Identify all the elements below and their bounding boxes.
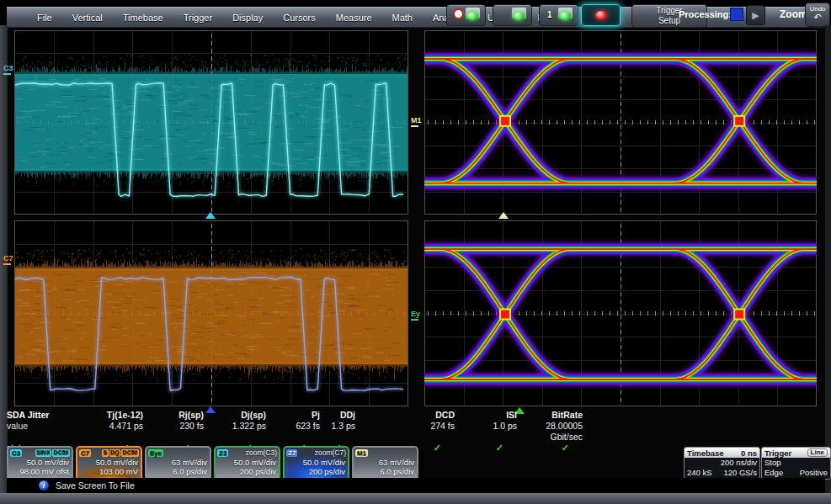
dc50-badge: DC50 (121, 449, 139, 457)
single-trigger-button[interactable]: 1 (539, 4, 578, 26)
z7-descriptor-box[interactable]: Z7 zoom(C7) 50.0 mV/div 200 ps/div (283, 446, 349, 481)
measure-value: 1.322 ps (204, 421, 266, 443)
z7-vdiv: 50.0 mV/div (286, 458, 346, 467)
timebase-scale: 200 ns/div (721, 458, 757, 468)
menu-timebase[interactable]: Timebase (113, 13, 173, 23)
measure-value: 1.0 ps (455, 421, 517, 443)
menu-vertical[interactable]: Vertical (62, 13, 113, 23)
processing-label: Processing: (679, 9, 732, 19)
col-header: Rj(sp) (143, 410, 204, 421)
menu-file[interactable]: File (27, 13, 62, 23)
measure-value: 274 fs (355, 421, 455, 443)
trigger-type: Edge (764, 468, 783, 478)
c3-waveform-canvas[interactable] (14, 30, 408, 215)
oscilloscope-app: File Vertical Timebase Trigger Display C… (0, 0, 831, 504)
normal-trigger-button[interactable] (493, 4, 532, 26)
window-bottom-frame (0, 493, 831, 504)
z3-descriptor-box[interactable]: Z3 zoom(C3) 50.0 mV/div 200 ps/div (214, 446, 280, 481)
status-check-icon: ✓ (455, 443, 517, 454)
sinx-badge: SINX (35, 449, 51, 457)
green-light-icon (513, 12, 525, 20)
z7-hdiv: 200 ps/div (286, 467, 346, 476)
col-header: BitRate (517, 410, 583, 421)
status-message: Save Screen To File (56, 480, 135, 491)
z7-badge: Z7 (286, 449, 297, 457)
grid-top-right[interactable] (424, 30, 817, 215)
m1-vdiv: 63 mV/div (355, 458, 415, 467)
play-button[interactable]: ▶ (746, 5, 765, 25)
grid-top-left[interactable] (14, 30, 408, 215)
m1-eye-canvas[interactable] (424, 30, 817, 215)
eye-vdiv: 63 mV/div (148, 458, 208, 467)
trigger-setup-label-2: Setup (658, 16, 680, 25)
c3-descriptor-box[interactable]: C3 SINX DC50 50.0 mV/div 98.00 mV ofst (7, 446, 73, 481)
col-header: Tj(1e-12) (91, 410, 143, 421)
timebase-title: Timebase (687, 448, 724, 458)
menu-trigger[interactable]: Trigger (173, 13, 222, 23)
play-icon: ▶ (752, 10, 759, 20)
ey-eye-canvas[interactable] (424, 220, 817, 406)
auto-trigger-button[interactable] (446, 4, 486, 26)
menu-display[interactable]: Display (222, 13, 273, 23)
c3-trigger-position-marker[interactable] (205, 212, 216, 219)
channel-descriptor-row: C3 SINX DC50 50.0 mV/div 98.00 mV ofst C… (7, 446, 418, 481)
measure-value: 230 fs (143, 421, 204, 443)
c3-badge: C3 (10, 449, 22, 457)
col-header: DCD (355, 410, 455, 421)
status-bar: i Save Screen To File (7, 478, 825, 493)
measure-value: 28.00005 Gbit/sec (517, 421, 583, 443)
timebase-rate: 120 GS/s (723, 468, 757, 478)
measure-title: SDA Jitter (7, 410, 91, 421)
z3-hdiv: 200 ps/div (217, 467, 277, 476)
m1-grid-tag: M1 (411, 117, 422, 127)
m1-descriptor-box[interactable]: M1 63 mV/div 6.0 ps/div 52.993 k# (352, 446, 418, 481)
measure-value: 623 fs (266, 421, 320, 443)
c7-vdiv: 50.0 mV/div (79, 458, 139, 467)
dq-badge: DQ (109, 449, 121, 457)
stop-trigger-button[interactable] (581, 4, 621, 26)
trigger-slope: Positive (800, 468, 828, 478)
grid-bottom-left[interactable] (14, 220, 408, 406)
eye-badge: Eye (148, 449, 163, 457)
undo-button[interactable]: Undo ↶ (805, 3, 830, 27)
z3-source-label: zoom(C3) (246, 448, 277, 458)
menu-measure[interactable]: Measure (326, 13, 382, 23)
col-header: ISI (455, 410, 517, 421)
z7-source-label: zoom(C7) (315, 448, 346, 458)
trigger-mode: Stop (764, 458, 781, 468)
top-bar: File Vertical Timebase Trigger Display C… (0, 0, 831, 29)
status-check-icon: ✓ (517, 443, 583, 454)
c3-offset: 98.00 mV ofst (10, 467, 70, 476)
eye-hdiv: 6.0 ps/div (148, 467, 208, 476)
undo-icon: ↶ (806, 13, 829, 21)
col-header: Pj (266, 410, 320, 421)
green-light-icon (559, 12, 571, 20)
c3-vdiv: 50.0 mV/div (10, 458, 70, 467)
trigger-box[interactable]: Trigger Line Stop Edge Positive (761, 447, 831, 480)
c7-offset: 103.00 mV (79, 467, 139, 476)
m1-position-marker[interactable] (498, 212, 509, 219)
eye-descriptor-box[interactable]: Eye 63 mV/div 6.0 ps/div 52.999 k# (145, 446, 211, 481)
c3-grid-tag: C3 (3, 65, 13, 75)
m1-hdiv: 6.0 ps/div (355, 467, 415, 476)
single-trigger-label: 1 (547, 10, 552, 19)
c7-badge: C7 (79, 449, 91, 457)
timebase-box[interactable]: Timebase 0 ns 200 ns/div 240 kS 120 GS/s (684, 447, 760, 480)
c7-descriptor-box[interactable]: C7 S DQ DC50 50.0 mV/div 103.00 mV (76, 446, 142, 481)
processing-indicator (730, 8, 743, 21)
menu-math[interactable]: Math (382, 13, 423, 23)
trigger-source-badge: Line (807, 448, 828, 457)
ey-grid-tag: Ey (411, 310, 420, 321)
col-header: Dj(sp) (204, 410, 266, 421)
timebase-delay: 0 ns (741, 448, 757, 458)
timebase-samples: 240 kS (687, 468, 712, 478)
z3-badge: Z3 (217, 449, 228, 457)
m1-badge: M1 (355, 449, 368, 457)
col-header: DDj (320, 410, 355, 421)
z3-vdiv: 50.0 mV/div (217, 458, 277, 467)
menu-cursors[interactable]: Cursors (273, 13, 326, 23)
clock-icon (453, 8, 464, 19)
c7-waveform-canvas[interactable] (14, 220, 408, 406)
grid-bottom-right[interactable] (424, 220, 817, 406)
s-badge: S (102, 449, 109, 457)
